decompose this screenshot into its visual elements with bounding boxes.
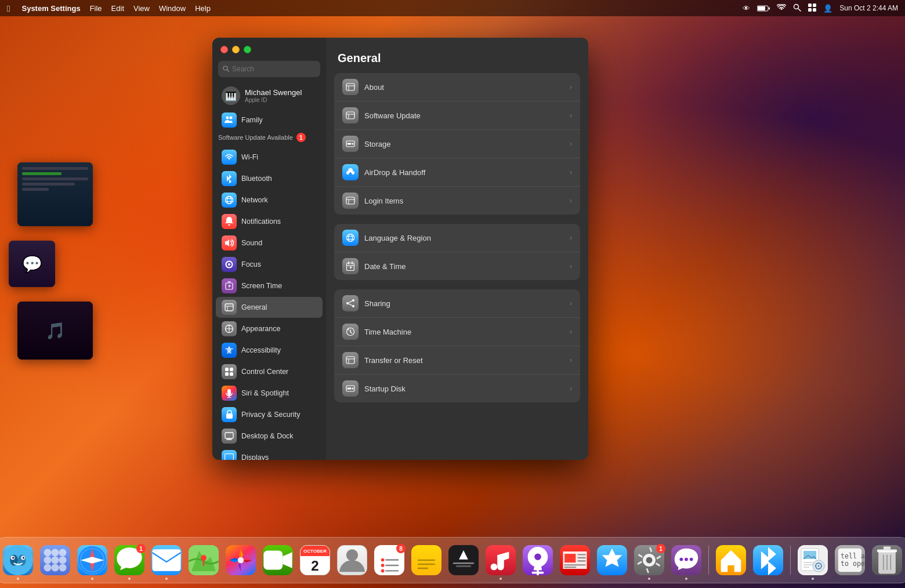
desktop-thumb-music[interactable]: 🎵 <box>17 302 93 360</box>
close-button[interactable] <box>220 46 228 53</box>
svg-rect-5 <box>808 3 812 7</box>
dock-icon-bluetooth-screen[interactable] <box>751 543 785 577</box>
edit-menu[interactable]: Edit <box>111 4 124 13</box>
sidebar-label-siri: Siri & Spotlight <box>241 389 289 397</box>
sidebar-item-siri[interactable]: Siri & Spotlight <box>216 383 323 404</box>
desktop-thumb-feedback[interactable]: 💬 <box>9 241 55 287</box>
user-menubar-icon[interactable]: 👤 <box>823 4 832 13</box>
dock-icon-facetime[interactable] <box>261 543 295 577</box>
svg-line-77 <box>349 304 352 306</box>
row-time-machine[interactable]: Time Machine › <box>334 318 580 346</box>
sidebar-item-notifications[interactable]: Notifications <box>216 211 323 232</box>
sidebar-item-focus[interactable]: Focus <box>216 254 323 275</box>
search-menubar-icon[interactable] <box>793 3 801 13</box>
screentime-menubar-icon[interactable]: 👁 <box>743 4 750 13</box>
sidebar-item-control[interactable]: Control Center <box>216 361 323 382</box>
dock: 1 <box>0 537 905 583</box>
dock-icon-contacts[interactable] <box>335 543 369 577</box>
svg-point-57 <box>352 143 354 145</box>
row-date-time[interactable]: Date & Time › <box>334 252 580 280</box>
svg-point-112 <box>381 564 385 567</box>
search-field[interactable] <box>218 61 320 77</box>
svg-rect-7 <box>808 8 812 12</box>
dock-icon-notes[interactable] <box>410 543 443 577</box>
dock-icon-homekit[interactable] <box>714 543 748 577</box>
search-input[interactable] <box>232 65 316 73</box>
sidebar-item-bluetooth[interactable]: Bluetooth <box>216 168 323 189</box>
svg-rect-6 <box>813 3 816 7</box>
svg-point-135 <box>690 558 693 561</box>
dock-icon-appletv[interactable] <box>447 543 480 577</box>
dock-icon-calendar[interactable]: OCTOBER 2 <box>298 543 332 577</box>
preview-dot <box>812 578 814 580</box>
app-name-menu[interactable]: System Settings <box>21 4 80 13</box>
sidebar-item-sound[interactable]: Sound <box>216 233 323 253</box>
dock-icon-news[interactable] <box>558 543 592 577</box>
sidebar-item-appearance[interactable]: Appearance <box>216 318 323 339</box>
sidebar-label-focus: Focus <box>241 260 261 268</box>
row-sharing[interactable]: Sharing › <box>334 289 580 318</box>
feedbackassist-dot <box>685 578 687 580</box>
apple-menu[interactable]:  <box>7 3 10 13</box>
wifi-menubar-icon[interactable] <box>777 4 786 13</box>
sidebar-item-displays[interactable]: Displays <box>216 447 323 460</box>
dock-icon-syspreferences[interactable]: 1 <box>632 543 666 577</box>
language-region-chevron: › <box>570 234 572 242</box>
row-airdrop[interactable]: AirDrop & Handoff › <box>334 158 580 187</box>
sidebar-item-general[interactable]: General <box>216 297 323 318</box>
airdrop-chevron: › <box>570 168 572 176</box>
sidebar-item-privacy[interactable]: Privacy & Security <box>216 404 323 425</box>
svg-point-83 <box>352 388 354 390</box>
dock-icon-scripteditor[interactable]: tell app to open <box>833 543 867 577</box>
svg-rect-30 <box>230 372 233 376</box>
battery-menubar-icon[interactable] <box>757 5 770 12</box>
siri-icon <box>222 386 237 401</box>
dock-icon-preview[interactable] <box>796 543 830 577</box>
row-transfer-reset[interactable]: Transfer or Reset › <box>334 346 580 375</box>
search-icon <box>223 66 229 73</box>
dock-icon-photos[interactable] <box>224 543 258 577</box>
window-menu[interactable]: Window <box>159 4 186 13</box>
help-menu[interactable]: Help <box>195 4 211 13</box>
control-center-menubar-icon[interactable] <box>808 3 816 13</box>
row-language-region[interactable]: Language & Region › <box>334 224 580 252</box>
svg-point-107 <box>238 557 244 563</box>
dock-icon-safari[interactable] <box>75 543 109 577</box>
dock-icon-maps[interactable] <box>187 543 220 577</box>
row-login-items[interactable]: Login Items › <box>334 187 580 215</box>
dock-icon-feedbackassist[interactable] <box>669 543 703 577</box>
dock-icon-podcasts[interactable] <box>521 543 555 577</box>
sidebar-item-network[interactable]: Network <box>216 190 323 210</box>
file-menu[interactable]: File <box>90 4 102 13</box>
dock-icon-messages[interactable]: 1 <box>113 543 146 577</box>
sidebar-item-accessibility[interactable]: Accessibility <box>216 340 323 361</box>
desktop-thumb-safari[interactable] <box>17 162 93 226</box>
dock-icon-mail[interactable] <box>150 543 183 577</box>
view-menu[interactable]: View <box>133 4 150 13</box>
row-startup-disk[interactable]: Startup Disk › <box>334 375 580 402</box>
row-about[interactable]: About › <box>334 73 580 101</box>
dock-icon-launchpad[interactable] <box>38 543 72 577</box>
dock-icon-reminders[interactable]: 8 <box>372 543 406 577</box>
dock-icon-appstore[interactable] <box>595 543 629 577</box>
sidebar-item-desktop[interactable]: Desktop & Dock <box>216 426 323 447</box>
row-storage[interactable]: Storage › <box>334 130 580 158</box>
sidebar-label-general: General <box>241 303 267 311</box>
about-icon <box>342 79 359 95</box>
sidebar-label-accessibility: Accessibility <box>241 346 281 354</box>
minimize-button[interactable] <box>232 46 240 53</box>
svg-rect-104 <box>152 549 180 571</box>
row-software-update[interactable]: Software Update › <box>334 101 580 130</box>
sidebar-item-family[interactable]: Family <box>216 110 323 130</box>
dock-icon-trash[interactable] <box>870 543 904 577</box>
syspreferences-badge: 1 <box>656 544 665 553</box>
dock-icon-finder[interactable] <box>1 543 35 577</box>
sidebar-item-profile[interactable]: 🎹 Michael Swengel Apple ID <box>216 83 323 108</box>
time-machine-chevron: › <box>570 328 572 336</box>
svg-point-99 <box>52 564 59 572</box>
svg-rect-29 <box>225 372 229 376</box>
maximize-button[interactable] <box>244 46 251 53</box>
dock-icon-music[interactable] <box>484 543 517 577</box>
sidebar-item-screentime[interactable]: Screen Time <box>216 275 323 296</box>
sidebar-item-wifi[interactable]: Wi-Fi <box>216 147 323 168</box>
